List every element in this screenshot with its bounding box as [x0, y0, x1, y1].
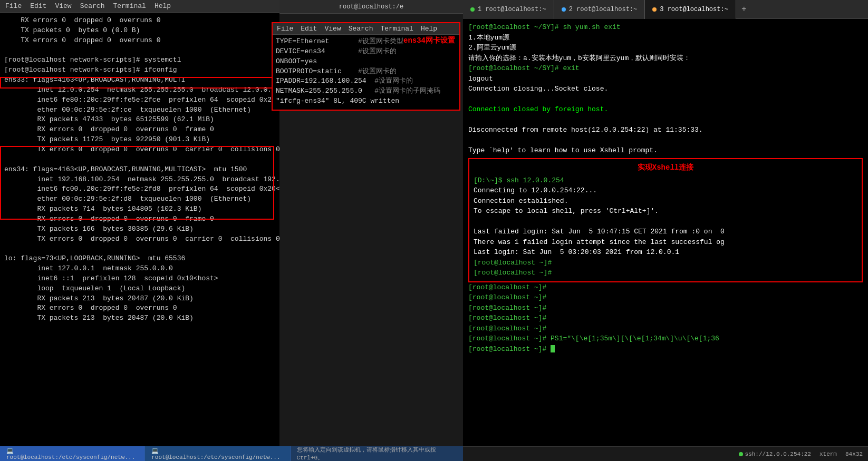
middle-content: ens34网卡设置 TYPE=Ethernet #设置网卡类型 DEVICE=e… [273, 35, 459, 109]
taskbar-hint: 您将输入定向到该虚拟机，请将鼠标指针移入其中或按 Ctrl+G。 [291, 444, 464, 461]
menu-view[interactable]: View [55, 2, 71, 10]
tab-add-button[interactable]: + [736, 2, 752, 17]
mid-menu-view[interactable]: View [324, 25, 341, 33]
tab-1[interactable]: 1 root@localhost:~ [463, 0, 554, 19]
right-top-content: [root@localhost ~/SY]# sh yum.sh exit 1.… [468, 22, 863, 156]
tab-1-dot [470, 7, 475, 12]
terminal-size: 84x32 [845, 451, 863, 457]
taskbar-item-1[interactable]: 💻 root@localhost:/etc/sysconfig/netw... [0, 446, 145, 461]
tab-1-label: 1 root@localhost:~ [478, 6, 546, 13]
center-title: root@localhost:/e [339, 3, 403, 11]
tab-3[interactable]: 3 root@localhost:~ [645, 0, 736, 19]
right-panel: 1 root@localhost:~ 2 root@localhost:~ 3 … [463, 0, 868, 461]
taskbar: 💻 root@localhost:/etc/sysconfig/netw... … [0, 446, 463, 461]
menu-terminal[interactable]: Terminal [113, 2, 146, 10]
xshell-connection-box: 实现Xshell连接 [D:\~]$ ssh 12.0.0.254 Connec… [468, 158, 863, 282]
xshell-annotation: 实现Xshell连接 [474, 162, 857, 173]
tab-2-dot [562, 7, 566, 12]
ssh-status-dot [739, 452, 743, 456]
tab-2-label: 2 root@localhost:~ [569, 6, 638, 13]
menu-search[interactable]: Search [80, 2, 105, 10]
center-titlebar: root@localhost:/e [279, 0, 463, 14]
menu-help[interactable]: Help [155, 2, 171, 10]
menu-edit[interactable]: Edit [30, 2, 46, 10]
terminal-type: xterm [819, 451, 837, 457]
right-bottom-content: [root@localhost ~]# [root@localhost ~]# … [468, 282, 863, 355]
mid-menu-terminal[interactable]: Terminal [380, 25, 413, 33]
left-terminal-content: RX errors 0 dropped 0 overruns 0 TX pack… [0, 13, 279, 327]
tab-2[interactable]: 2 root@localhost:~ [554, 0, 645, 19]
mid-menu-help[interactable]: Help [421, 25, 437, 33]
tab-3-dot [652, 7, 657, 12]
mid-menu-search[interactable]: Search [349, 25, 373, 33]
ens34-annotation: ens34网卡设置 [403, 36, 455, 45]
tab-bar: 1 root@localhost:~ 2 root@localhost:~ 3 … [463, 0, 868, 19]
taskbar-item-2-label: 💻 root@localhost:/etc/sysconfig/netw... [151, 447, 283, 460]
right-terminal-content[interactable]: [root@localhost ~/SY]# sh yum.sh exit 1.… [463, 19, 868, 461]
middle-menubar[interactable]: File Edit View Search Terminal Help [273, 23, 459, 35]
left-terminal-text: RX errors 0 dropped 0 overruns 0 TX pack… [4, 16, 275, 323]
right-statusbar: ssh://12.0.0.254:22 xterm 84x32 [463, 446, 868, 461]
ens34-config-panel: File Edit View Search Terminal Help ens3… [272, 22, 460, 111]
ssh-info: ssh://12.0.0.254:22 [745, 451, 811, 457]
taskbar-item-1-label: 💻 root@localhost:/etc/sysconfig/netw... [6, 447, 138, 460]
mid-menu-file[interactable]: File [277, 25, 293, 33]
ssh-status: ssh://12.0.0.254:22 [739, 451, 811, 457]
left-menubar[interactable]: File Edit View Search Terminal Help [0, 0, 279, 13]
tab-3-label: 3 root@localhost:~ [660, 6, 728, 13]
menu-file[interactable]: File [5, 2, 22, 10]
left-terminal-panel: File Edit View Search Terminal Help RX e… [0, 0, 279, 461]
mid-menu-edit[interactable]: Edit [301, 25, 317, 33]
taskbar-item-2[interactable]: 💻 root@localhost:/etc/sysconfig/netw... [145, 446, 290, 461]
